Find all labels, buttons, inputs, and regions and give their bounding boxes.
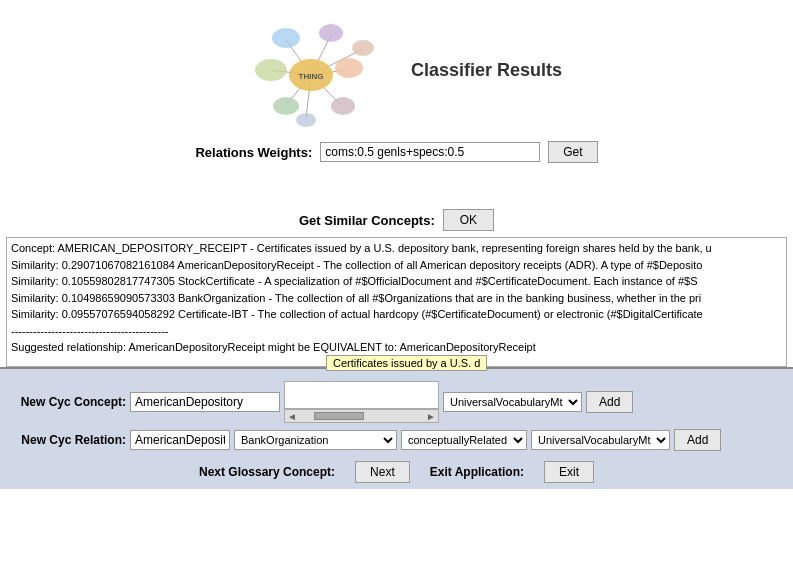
svg-point-14	[296, 113, 316, 127]
results-area[interactable]: Concept: AMERICAN_DEPOSITORY_RECEIPT - C…	[6, 237, 787, 367]
new-cyc-relation-relation-select[interactable]: BankOrganizationAmericanDepositoryReceip…	[234, 430, 397, 450]
ok-button[interactable]: OK	[443, 209, 494, 231]
relations-weights-row: Relations Weights: Get	[0, 135, 793, 169]
new-cyc-relation-input[interactable]	[130, 430, 230, 450]
network-diagram: THING	[231, 10, 391, 130]
exit-button[interactable]: Exit	[544, 461, 594, 483]
new-cyc-concept-input[interactable]	[130, 392, 280, 412]
svg-point-8	[272, 28, 300, 48]
svg-point-13	[331, 97, 355, 115]
relations-weights-input[interactable]	[320, 142, 540, 162]
new-cyc-relation-row: New Cyc Relation: BankOrganizationAmeric…	[6, 429, 787, 451]
exit-application-label: Exit Application:	[430, 465, 524, 479]
bottom-panel: Certificates issued by a U.S. d New Cyc …	[0, 367, 793, 489]
relations-weights-label: Relations Weights:	[195, 145, 312, 160]
get-button[interactable]: Get	[548, 141, 597, 163]
new-cyc-relation-label: New Cyc Relation:	[6, 433, 126, 447]
next-button[interactable]: Next	[355, 461, 410, 483]
new-cyc-concept-label: New Cyc Concept:	[6, 395, 126, 409]
svg-point-10	[255, 59, 287, 81]
svg-text:THING: THING	[299, 72, 324, 81]
next-glossary-label: Next Glossary Concept:	[199, 465, 335, 479]
similar-concepts-row: Get Similar Concepts: OK	[0, 179, 793, 237]
footer-row: Next Glossary Concept: Next Exit Applica…	[6, 457, 787, 483]
page-title: Classifier Results	[411, 60, 562, 81]
new-cyc-relation-mt-select[interactable]: UniversalVocabularyMtBaseKBEnglishMt	[531, 430, 670, 450]
header: THING Classifier Results	[0, 0, 793, 135]
new-cyc-concept-row: New Cyc Concept: ◄ ► UniversalVocabulary…	[6, 381, 787, 423]
new-cyc-concept-add-button[interactable]: Add	[586, 391, 633, 413]
svg-point-15	[352, 40, 374, 56]
new-cyc-concept-mt-select[interactable]: UniversalVocabularyMtBaseKBEnglishMt	[443, 392, 582, 412]
new-cyc-relation-add-button[interactable]: Add	[674, 429, 721, 451]
svg-point-9	[319, 24, 343, 42]
similar-concepts-label: Get Similar Concepts:	[299, 213, 435, 228]
concept-tooltip: Certificates issued by a U.S. d	[326, 355, 487, 371]
new-cyc-relation-predicate-select[interactable]: conceptuallyRelatedisagenls	[401, 430, 527, 450]
concept-scroll-area	[284, 381, 439, 409]
svg-point-11	[335, 58, 363, 78]
svg-point-12	[273, 97, 299, 115]
